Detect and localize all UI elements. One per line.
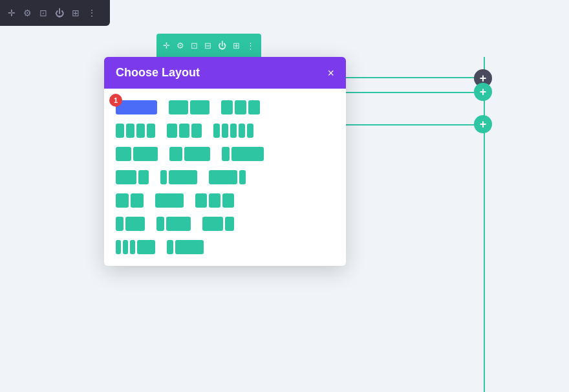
layout-row-4 (114, 169, 336, 186)
move-icon-2[interactable]: ✛ (163, 41, 170, 50)
h-line-3 (343, 124, 484, 125)
duplicate-icon[interactable]: ⊡ (39, 8, 47, 18)
layout-option-4col[interactable] (114, 122, 156, 139)
layout-row-3 (114, 146, 336, 162)
modal-title: Choose Layout (116, 66, 200, 80)
settings-icon-2[interactable]: ⚙ (177, 41, 184, 50)
more-icon-2[interactable]: ⋮ (246, 41, 255, 50)
layout-option-3col-v2[interactable] (166, 122, 203, 139)
h-line-2 (343, 92, 484, 93)
layout-option-5col[interactable] (212, 122, 255, 139)
layout-row-1: 1 (114, 99, 336, 116)
layout-row-5 (114, 192, 336, 209)
modal-close-button[interactable]: × (327, 67, 334, 79)
layout-option-1col[interactable]: 1 (114, 99, 158, 116)
layout-option-r7a[interactable] (114, 239, 156, 256)
more-icon[interactable]: ⋮ (87, 8, 96, 18)
choose-layout-modal: Choose Layout × 1 (104, 57, 346, 266)
secondary-toolbar: ✛ ⚙ ⊡ ⊟ ⏻ ⊞ ⋮ (156, 34, 261, 57)
selected-badge: 1 (109, 94, 122, 107)
layout-option-3col[interactable] (220, 99, 261, 116)
delete-icon-2[interactable]: ⊞ (233, 41, 240, 50)
layout-option-1-3[interactable] (220, 146, 265, 162)
layout-option-r4a[interactable] (114, 169, 150, 186)
power-icon-2[interactable]: ⏻ (218, 41, 226, 50)
duplicate-icon-2[interactable]: ⊡ (191, 41, 198, 50)
layout-option-r5b[interactable] (154, 192, 185, 209)
top-toolbar: ✛ ⚙ ⊡ ⏻ ⊞ ⋮ (0, 0, 110, 26)
delete-icon[interactable]: ⊞ (72, 8, 80, 18)
layout-option-r6c[interactable] (201, 215, 235, 232)
layout-option-2-1[interactable] (168, 146, 211, 162)
modal-header: Choose Layout × (104, 57, 346, 89)
move-icon[interactable]: ✛ (8, 8, 16, 18)
power-icon[interactable]: ⏻ (55, 8, 64, 18)
layout-option-2col[interactable] (167, 99, 211, 116)
modal-body: 1 (104, 89, 346, 266)
settings-icon[interactable]: ⚙ (23, 8, 32, 18)
layout-option-r5a[interactable] (114, 192, 145, 209)
layout-option-1-2[interactable] (114, 146, 159, 162)
layout-option-r5c[interactable] (194, 192, 235, 209)
layout-grid: 1 (114, 99, 336, 256)
columns-icon[interactable]: ⊟ (204, 41, 211, 50)
layout-option-r4b[interactable] (159, 169, 199, 186)
layout-row-7 (114, 239, 336, 256)
layout-option-r7b[interactable] (166, 239, 205, 256)
add-button-2[interactable]: + (474, 83, 492, 101)
layout-option-r6b[interactable] (155, 215, 192, 232)
add-button-3[interactable]: + (474, 115, 492, 133)
layout-option-r6a[interactable] (114, 215, 146, 232)
h-line-1 (343, 77, 484, 78)
v-line-1 (484, 57, 485, 392)
layout-row-6 (114, 215, 336, 232)
layout-option-r4c[interactable] (208, 169, 247, 186)
layout-row-2 (114, 122, 336, 139)
